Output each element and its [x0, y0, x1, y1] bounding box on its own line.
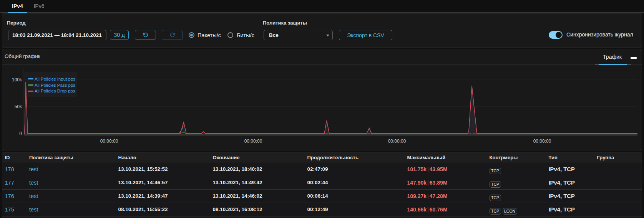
svg-text:0: 0: [19, 131, 22, 136]
svg-text:100k: 100k: [12, 77, 22, 83]
svg-text:00:00:00: 00:00:00: [100, 139, 118, 144]
svg-text:00:00:00: 00:00:00: [388, 139, 406, 144]
svg-text:00:00:00: 00:00:00: [533, 139, 551, 144]
svg-text:50k: 50k: [15, 104, 22, 109]
svg-text:00:00:00: 00:00:00: [244, 139, 262, 144]
